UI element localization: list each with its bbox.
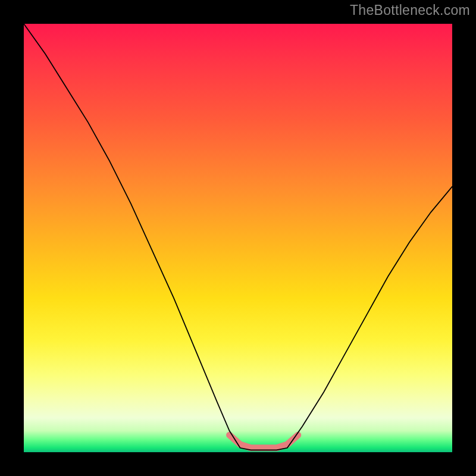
bottleneck-curve xyxy=(24,24,452,450)
attribution-label: TheBottleneck.com xyxy=(350,2,470,18)
plot-area xyxy=(24,24,452,452)
curve-layer xyxy=(24,24,452,452)
chart-frame: TheBottleneck.com xyxy=(0,0,476,476)
valley-highlight xyxy=(230,435,298,448)
